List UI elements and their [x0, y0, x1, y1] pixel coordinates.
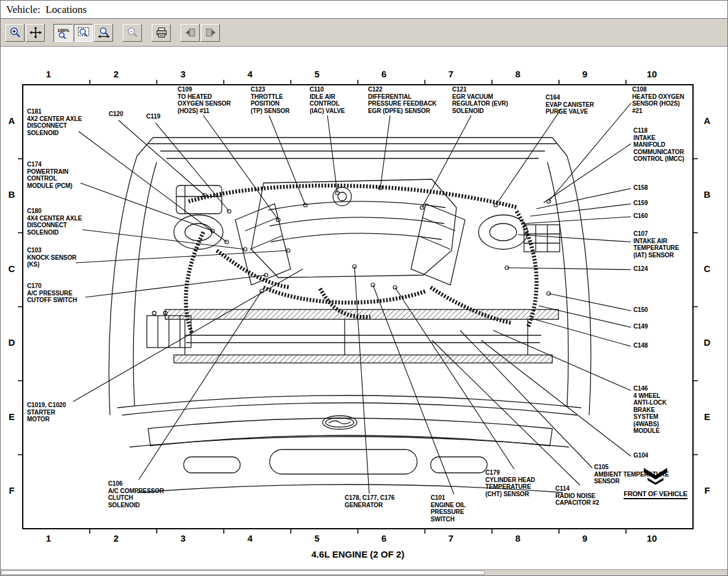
magnifier-100-icon: 100%: [57, 26, 69, 39]
callout-c159: C159: [633, 200, 648, 207]
callout-g104: G104: [633, 452, 648, 459]
grid-col-bottom-6: 6: [377, 533, 391, 543]
grid-col-top-7: 7: [444, 69, 458, 79]
front-of-vehicle-label: FRONT OF VEHICLE: [624, 490, 687, 499]
window-header: Vehicle: Locations: [1, 1, 727, 19]
callout-c107: C107 INTAKE AIR TEMPERATURE (IAT) SENSOR: [633, 230, 679, 259]
zoom-in-button[interactable]: [6, 24, 25, 42]
svg-text:100%: 100%: [57, 28, 69, 33]
callout-c174: C174 POWERTRAIN CONTROL MODULE (PCM): [27, 161, 72, 189]
callout-c164: C164 EVAP CANISTER PURGE VALVE: [546, 94, 594, 115]
next-image-button[interactable]: [201, 24, 220, 42]
window-title: Vehicle: Locations: [6, 4, 87, 16]
page-arrow-left-icon: [184, 26, 197, 39]
callout-c148: C148: [633, 342, 648, 349]
grid-col-bottom-3: 3: [176, 533, 190, 543]
callout-c101: C101 ENGINE OIL PRESSURE SWITCH: [431, 494, 466, 523]
grid-col-top-4: 4: [243, 69, 257, 79]
callout-c114: C114 RADIO NOISE CAPACITOR #2: [555, 485, 599, 507]
grid-col-bottom-2: 2: [109, 533, 123, 543]
callout-c1019: C1019, C1020 STARTER MOTOR: [27, 402, 66, 423]
grid-row-right-e: E: [700, 411, 714, 422]
grid-col-top-10: 10: [644, 69, 659, 79]
application-window: Vehicle: Locations 100%: [0, 0, 728, 576]
print-button[interactable]: [152, 24, 171, 42]
zoom-out-button[interactable]: [123, 24, 142, 42]
grid-col-bottom-1: 1: [41, 533, 56, 543]
callout-c160: C160: [633, 212, 648, 220]
grid-row-right-d: D: [700, 337, 714, 348]
engine-drawing: [109, 138, 590, 492]
callout-c123: C123 THROTTLE POSITION (TP) SENSOR: [251, 86, 289, 114]
magnifier-fit-icon: [77, 26, 90, 39]
grid-col-top-6: 6: [377, 69, 391, 79]
grid-row-right-c: C: [700, 263, 714, 274]
magnifier-minus-icon: [127, 26, 139, 39]
grid-row-left-a: A: [4, 115, 19, 126]
grid-col-top-9: 9: [577, 69, 592, 79]
horizontal-scrollbar[interactable]: [1, 569, 728, 575]
callout-c124: C124: [633, 265, 648, 273]
diagram-viewport[interactable]: 1 2 3 4 5 6 7 8 9 10 1 2 3 4 5 6 7 8 9 1…: [1, 47, 728, 572]
callout-c158: C158: [633, 184, 648, 192]
scrollbar-thumb[interactable]: [1, 570, 485, 575]
grid-col-top-1: 1: [41, 69, 56, 79]
grid-row-left-f: F: [4, 485, 19, 496]
zoom-fit-page-button[interactable]: [74, 24, 93, 42]
grid-col-top-5: 5: [310, 69, 324, 79]
callout-c179: C179 CYLINDER HEAD TEMPERATURE (CHT) SEN…: [485, 469, 535, 497]
grid-col-bottom-10: 10: [644, 533, 659, 543]
pan-button[interactable]: [26, 24, 45, 42]
zoom-100-button[interactable]: 100%: [53, 24, 72, 42]
previous-image-button[interactable]: [181, 24, 200, 42]
callout-c180: C180 4X4 CENTER AXLE DISCONNECT SOLENOID: [27, 208, 82, 236]
callout-c170: C170 A/C PRESSURE CUTOFF SWITCH: [27, 282, 77, 304]
callout-c146: C146 4 WHEEL ANTI-LOCK BRAKE SYSTEM (4WA…: [633, 385, 667, 435]
grid-row-right-f: F: [700, 485, 714, 496]
callout-c121: C121 EGR VACUUM REGULATOR (EVR) SOLENOID: [452, 86, 508, 114]
callout-c122: C122 DIFFERENTIAL PRESSURE FEEDBACK EGR …: [368, 86, 437, 114]
callout-c108: C108 HEATED OXYGEN SENSOR (HO2S) #21: [632, 86, 684, 114]
grid-row-left-d: D: [4, 337, 19, 348]
callout-c181: C181 4X2 CENTER AXLE DISCONNECT SOLENOID: [27, 108, 82, 136]
printer-icon: [155, 26, 168, 39]
toolbar: 100%: [1, 19, 727, 47]
magnifier-plus-icon: [9, 26, 22, 39]
callout-c178: C178, C177, C176 GENERATOR: [345, 494, 394, 508]
page-arrow-right-icon: [205, 26, 217, 39]
grid-row-right-b: B: [700, 189, 714, 200]
grid-col-bottom-8: 8: [511, 533, 525, 543]
callout-c103: C103 KNOCK SENSOR (KS): [27, 247, 76, 268]
front-of-vehicle-marker: FRONT OF VEHICLE: [615, 467, 696, 499]
diagram-caption: 4.6L ENGINE (2 OF 2): [23, 549, 693, 559]
grid-col-top-8: 8: [511, 69, 525, 79]
callout-c149: C149: [633, 323, 648, 330]
callout-c106: C106 A/C COMPRESSOR CLUTCH SOLENOID: [108, 480, 164, 508]
callout-c118: C118 INTAKE MANIFOLD COMMUNICATOR CONTRO…: [633, 127, 684, 163]
grid-row-right-a: A: [700, 115, 714, 126]
grid-col-top-3: 3: [176, 69, 190, 79]
move-arrows-icon: [29, 26, 42, 39]
callout-c119: C119: [146, 113, 160, 120]
grid-row-left-b: B: [4, 189, 19, 200]
grid-row-left-c: C: [4, 263, 19, 274]
grid-col-bottom-7: 7: [444, 533, 458, 543]
grid-row-left-e: E: [4, 411, 19, 422]
grid-col-bottom-9: 9: [577, 533, 592, 543]
zoom-fit-width-button[interactable]: [94, 24, 113, 42]
grid-col-bottom-4: 4: [243, 533, 257, 543]
grid-col-bottom-5: 5: [310, 533, 324, 543]
callout-c120: C120: [109, 111, 123, 118]
front-of-vehicle-arrow-icon: [641, 467, 670, 485]
callout-c150: C150: [633, 306, 648, 314]
callout-c109: C109 TO HEATED OXYGEN SENSOR (HO2S) #11: [178, 86, 231, 114]
callout-c110: C110 IDLE AIR CONTROL (IAC) VALVE: [310, 86, 345, 114]
magnifier-width-icon: [98, 26, 110, 39]
grid-col-top-2: 2: [109, 69, 123, 79]
